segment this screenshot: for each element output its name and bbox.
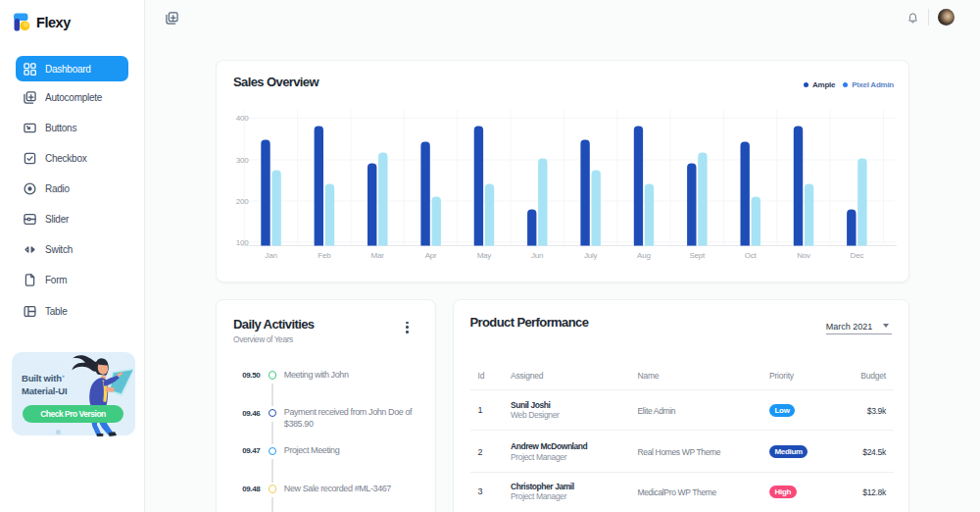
svg-text:300: 300 [236,156,249,165]
svg-text:200: 200 [236,197,249,206]
svg-text:July: July [584,251,598,260]
svg-text:Jan: Jan [265,251,276,260]
svg-text:May: May [477,251,492,260]
svg-text:Oct: Oct [745,251,758,260]
svg-text:Apr: Apr [425,251,437,260]
svg-text:Mar: Mar [371,251,385,260]
svg-text:Sept: Sept [689,251,706,260]
svg-text:400: 400 [236,114,249,123]
svg-text:Feb: Feb [318,251,331,260]
svg-text:Dec: Dec [851,251,864,260]
svg-text:100: 100 [236,238,249,247]
svg-text:Nov: Nov [797,251,810,260]
svg-text:Jun: Jun [531,251,543,260]
svg-text:Aug: Aug [637,251,651,260]
